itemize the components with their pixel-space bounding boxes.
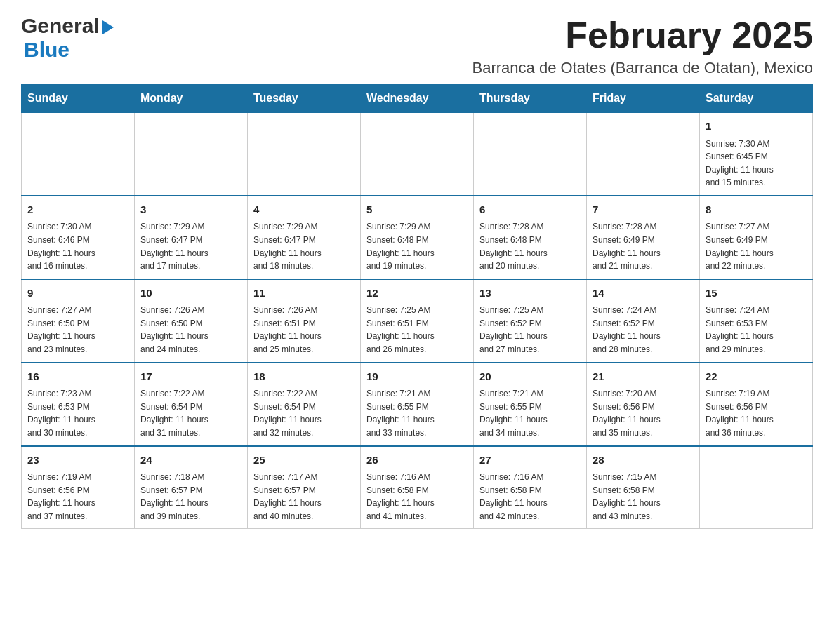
logo-general: General: [21, 14, 100, 38]
day-info: Sunrise: 7:28 AMSunset: 6:48 PMDaylight:…: [479, 220, 581, 272]
day-info: Sunrise: 7:25 AMSunset: 6:52 PMDaylight:…: [479, 304, 581, 356]
day-number: 24: [140, 452, 241, 469]
day-number: 26: [366, 452, 468, 469]
calendar-day-cell: [700, 446, 813, 529]
calendar-day-cell: 24Sunrise: 7:18 AMSunset: 6:57 PMDayligh…: [135, 446, 248, 529]
day-number: 14: [593, 286, 694, 302]
day-info: Sunrise: 7:20 AMSunset: 6:56 PMDaylight:…: [593, 387, 694, 439]
day-info: Sunrise: 7:17 AMSunset: 6:57 PMDaylight:…: [253, 471, 355, 523]
calendar-day-cell: [135, 112, 248, 196]
calendar-day-cell: 21Sunrise: 7:20 AMSunset: 6:56 PMDayligh…: [587, 363, 700, 446]
day-number: 1: [706, 119, 807, 135]
day-info: Sunrise: 7:24 AMSunset: 6:53 PMDaylight:…: [706, 304, 807, 356]
day-number: 10: [140, 286, 241, 302]
month-title: February 2025: [472, 14, 813, 56]
day-number: 9: [27, 286, 128, 302]
day-number: 21: [593, 369, 694, 385]
calendar-day-cell: 8Sunrise: 7:27 AMSunset: 6:49 PMDaylight…: [700, 196, 813, 279]
day-number: 12: [366, 286, 468, 302]
day-of-week-header: Tuesday: [248, 85, 361, 113]
calendar-day-cell: 23Sunrise: 7:19 AMSunset: 6:56 PMDayligh…: [22, 446, 135, 529]
day-info: Sunrise: 7:26 AMSunset: 6:51 PMDaylight:…: [253, 304, 355, 356]
calendar-day-cell: 18Sunrise: 7:22 AMSunset: 6:54 PMDayligh…: [248, 363, 361, 446]
day-number: 27: [479, 452, 581, 469]
calendar-day-cell: 7Sunrise: 7:28 AMSunset: 6:49 PMDaylight…: [587, 196, 700, 279]
calendar-day-cell: 16Sunrise: 7:23 AMSunset: 6:53 PMDayligh…: [22, 363, 135, 446]
day-info: Sunrise: 7:26 AMSunset: 6:50 PMDaylight:…: [140, 304, 241, 356]
calendar-week-row: 1Sunrise: 7:30 AMSunset: 6:45 PMDaylight…: [22, 112, 813, 196]
day-number: 2: [27, 202, 128, 218]
day-of-week-header: Thursday: [474, 85, 587, 113]
calendar-table: SundayMondayTuesdayWednesdayThursdayFrid…: [21, 84, 813, 529]
day-number: 5: [366, 202, 468, 218]
day-info: Sunrise: 7:30 AMSunset: 6:45 PMDaylight:…: [706, 137, 807, 189]
calendar-day-cell: 26Sunrise: 7:16 AMSunset: 6:58 PMDayligh…: [361, 446, 474, 529]
calendar-day-cell: 11Sunrise: 7:26 AMSunset: 6:51 PMDayligh…: [248, 279, 361, 363]
day-info: Sunrise: 7:16 AMSunset: 6:58 PMDaylight:…: [479, 471, 581, 523]
day-info: Sunrise: 7:15 AMSunset: 6:58 PMDaylight:…: [593, 471, 694, 523]
day-number: 23: [27, 452, 128, 469]
calendar-week-row: 23Sunrise: 7:19 AMSunset: 6:56 PMDayligh…: [22, 446, 813, 529]
day-info: Sunrise: 7:19 AMSunset: 6:56 PMDaylight:…: [27, 471, 128, 523]
calendar-day-cell: [22, 112, 135, 196]
day-number: 8: [706, 202, 807, 218]
day-number: 7: [593, 202, 694, 218]
calendar-day-cell: 17Sunrise: 7:22 AMSunset: 6:54 PMDayligh…: [135, 363, 248, 446]
day-number: 13: [479, 286, 581, 302]
day-info: Sunrise: 7:29 AMSunset: 6:48 PMDaylight:…: [366, 220, 468, 272]
day-info: Sunrise: 7:29 AMSunset: 6:47 PMDaylight:…: [253, 220, 355, 272]
logo-blue-text: Blue: [24, 38, 114, 62]
day-number: 28: [593, 452, 694, 469]
day-number: 22: [706, 369, 807, 385]
calendar-day-cell: 5Sunrise: 7:29 AMSunset: 6:48 PMDaylight…: [361, 196, 474, 279]
logo-triangle-icon: [102, 20, 114, 34]
calendar-day-cell: 12Sunrise: 7:25 AMSunset: 6:51 PMDayligh…: [361, 279, 474, 363]
calendar-day-cell: [587, 112, 700, 196]
calendar-day-cell: 3Sunrise: 7:29 AMSunset: 6:47 PMDaylight…: [135, 196, 248, 279]
calendar-day-cell: 9Sunrise: 7:27 AMSunset: 6:50 PMDaylight…: [22, 279, 135, 363]
calendar-day-cell: 2Sunrise: 7:30 AMSunset: 6:46 PMDaylight…: [22, 196, 135, 279]
day-number: 3: [140, 202, 241, 218]
day-info: Sunrise: 7:29 AMSunset: 6:47 PMDaylight:…: [140, 220, 241, 272]
calendar-day-cell: 28Sunrise: 7:15 AMSunset: 6:58 PMDayligh…: [587, 446, 700, 529]
calendar-day-cell: 19Sunrise: 7:21 AMSunset: 6:55 PMDayligh…: [361, 363, 474, 446]
calendar-day-cell: 4Sunrise: 7:29 AMSunset: 6:47 PMDaylight…: [248, 196, 361, 279]
location-title: Barranca de Otates (Barranca de Otatan),…: [472, 59, 813, 77]
day-number: 4: [253, 202, 355, 218]
calendar-day-cell: 15Sunrise: 7:24 AMSunset: 6:53 PMDayligh…: [700, 279, 813, 363]
day-info: Sunrise: 7:21 AMSunset: 6:55 PMDaylight:…: [479, 387, 581, 439]
calendar-week-row: 16Sunrise: 7:23 AMSunset: 6:53 PMDayligh…: [22, 363, 813, 446]
day-info: Sunrise: 7:28 AMSunset: 6:49 PMDaylight:…: [593, 220, 694, 272]
day-info: Sunrise: 7:27 AMSunset: 6:49 PMDaylight:…: [706, 220, 807, 272]
day-info: Sunrise: 7:21 AMSunset: 6:55 PMDaylight:…: [366, 387, 468, 439]
day-info: Sunrise: 7:18 AMSunset: 6:57 PMDaylight:…: [140, 471, 241, 523]
calendar-day-cell: 1Sunrise: 7:30 AMSunset: 6:45 PMDaylight…: [700, 112, 813, 196]
day-of-week-header: Monday: [135, 85, 248, 113]
day-info: Sunrise: 7:16 AMSunset: 6:58 PMDaylight:…: [366, 471, 468, 523]
day-of-week-header: Friday: [587, 85, 700, 113]
day-number: 25: [253, 452, 355, 469]
day-number: 6: [479, 202, 581, 218]
calendar-header-row: SundayMondayTuesdayWednesdayThursdayFrid…: [22, 85, 813, 113]
day-of-week-header: Sunday: [22, 85, 135, 113]
calendar-day-cell: 27Sunrise: 7:16 AMSunset: 6:58 PMDayligh…: [474, 446, 587, 529]
day-number: 17: [140, 369, 241, 385]
calendar-day-cell: 6Sunrise: 7:28 AMSunset: 6:48 PMDaylight…: [474, 196, 587, 279]
day-number: 20: [479, 369, 581, 385]
calendar-day-cell: 13Sunrise: 7:25 AMSunset: 6:52 PMDayligh…: [474, 279, 587, 363]
day-info: Sunrise: 7:27 AMSunset: 6:50 PMDaylight:…: [27, 304, 128, 356]
calendar-week-row: 9Sunrise: 7:27 AMSunset: 6:50 PMDaylight…: [22, 279, 813, 363]
calendar-day-cell: 25Sunrise: 7:17 AMSunset: 6:57 PMDayligh…: [248, 446, 361, 529]
day-info: Sunrise: 7:25 AMSunset: 6:51 PMDaylight:…: [366, 304, 468, 356]
day-info: Sunrise: 7:22 AMSunset: 6:54 PMDaylight:…: [140, 387, 241, 439]
calendar-week-row: 2Sunrise: 7:30 AMSunset: 6:46 PMDaylight…: [22, 196, 813, 279]
calendar-day-cell: 22Sunrise: 7:19 AMSunset: 6:56 PMDayligh…: [700, 363, 813, 446]
calendar-day-cell: [474, 112, 587, 196]
day-info: Sunrise: 7:22 AMSunset: 6:54 PMDaylight:…: [253, 387, 355, 439]
day-of-week-header: Wednesday: [361, 85, 474, 113]
logo: General Blue: [21, 14, 114, 62]
day-number: 18: [253, 369, 355, 385]
day-of-week-header: Saturday: [700, 85, 813, 113]
day-info: Sunrise: 7:23 AMSunset: 6:53 PMDaylight:…: [27, 387, 128, 439]
day-number: 11: [253, 286, 355, 302]
